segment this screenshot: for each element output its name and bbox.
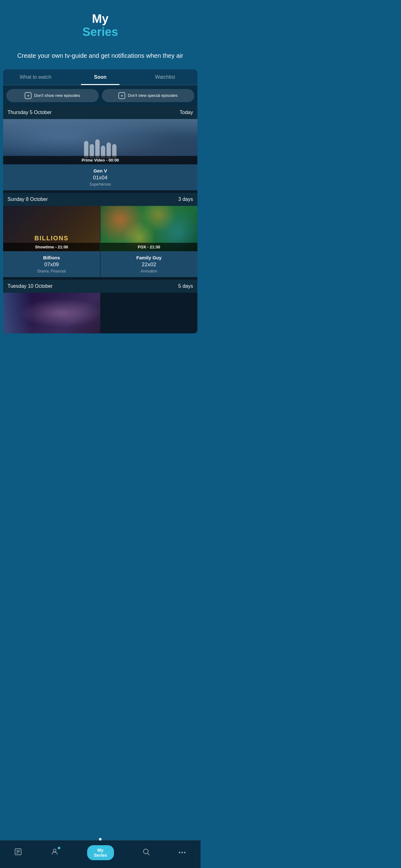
date-header-sunday: Sunday 8 October 3 days <box>3 193 197 206</box>
date-relative-tuesday: 5 days <box>178 283 193 289</box>
show-genre-genv: Superheroes <box>6 182 194 187</box>
show-image-genv: Prime Video - 00:00 <box>3 119 197 164</box>
filter-label-2: Don't view special episodes <box>128 93 177 98</box>
date-label-sunday: Sunday 8 October <box>7 196 48 202</box>
show-card-tuesday[interactable] <box>3 293 100 333</box>
show-info-genv: Gen V 01x04 Superheroes <box>3 164 197 190</box>
show-card-familyguy[interactable]: FOX - 21:30 Family Guy 22x02 Animation <box>100 206 197 277</box>
show-card-genv[interactable]: Prime Video - 00:00 Gen V 01x04 Superher… <box>3 119 197 190</box>
show-thumbnail-tuesday <box>3 293 100 333</box>
main-card: What to watch Soon Watchlist + Don't sho… <box>3 69 197 333</box>
header-series: Series <box>6 26 194 39</box>
show-image-tuesday <box>3 293 100 333</box>
figure-3 <box>95 140 100 158</box>
date-section-thursday: Thursday 5 October Today <box>3 106 197 190</box>
network-badge-familyguy: FOX - 21:30 <box>101 243 197 251</box>
show-genre-familyguy: Animation <box>104 269 194 273</box>
show-info-billions: Billions 07x09 Drama, Financial <box>3 251 100 277</box>
date-label-thursday: Thursday 5 October <box>7 110 52 115</box>
header-my: My <box>6 12 194 26</box>
tab-what-to-watch[interactable]: What to watch <box>3 69 68 85</box>
genv-figures <box>84 140 116 158</box>
show-info-familyguy: Family Guy 22x02 Animation <box>101 251 197 277</box>
filter-label-1: Don't show new episodes <box>34 93 80 98</box>
show-genre-billions: Drama, Financial <box>6 269 97 273</box>
date-label-tuesday: Tuesday 10 October <box>7 283 53 289</box>
filter-no-special-episodes[interactable]: + Don't view special episodes <box>102 89 194 102</box>
network-badge-billions: Showtime - 21:00 <box>3 243 100 251</box>
tab-bar: What to watch Soon Watchlist <box>3 69 197 85</box>
show-title-billions: Billions <box>6 255 97 260</box>
app-header: My Series <box>0 0 201 45</box>
date-relative-sunday: 3 days <box>178 196 193 202</box>
filter-plus-icon-1: + <box>25 92 32 99</box>
tab-watchlist[interactable]: Watchlist <box>133 69 197 85</box>
date-section-sunday: Sunday 8 October 3 days Showtime - 21:00… <box>3 193 197 277</box>
date-header-thursday: Thursday 5 October Today <box>3 106 197 119</box>
section-separator-2 <box>3 277 197 280</box>
shows-grid-thursday: Prime Video - 00:00 Gen V 01x04 Superher… <box>3 119 197 190</box>
date-header-tuesday: Tuesday 10 October 5 days <box>3 280 197 293</box>
show-episode-billions: 07x09 <box>6 261 97 268</box>
filter-row: + Don't show new episodes + Don't view s… <box>3 85 197 106</box>
filter-plus-icon-2: + <box>119 92 125 99</box>
shows-grid-tuesday <box>3 293 197 333</box>
show-card-billions[interactable]: Showtime - 21:00 Billions 07x09 Drama, F… <box>3 206 100 277</box>
show-image-familyguy: FOX - 21:30 <box>101 206 197 251</box>
date-section-tuesday: Tuesday 10 October 5 days <box>3 280 197 333</box>
figure-1 <box>84 141 89 158</box>
show-image-billions: Showtime - 21:00 <box>3 206 100 251</box>
show-title-genv: Gen V <box>6 168 194 174</box>
filter-no-new-episodes[interactable]: + Don't show new episodes <box>6 89 99 102</box>
show-episode-genv: 01x04 <box>6 175 194 181</box>
show-episode-familyguy: 22x02 <box>104 261 194 268</box>
date-relative-thursday: Today <box>179 110 193 115</box>
section-separator-1 <box>3 190 197 193</box>
show-title-familyguy: Family Guy <box>104 255 194 260</box>
tab-soon[interactable]: Soon <box>68 69 132 85</box>
shows-grid-sunday: Showtime - 21:00 Billions 07x09 Drama, F… <box>3 206 197 277</box>
subtitle-text: Create your own tv-guide and get notific… <box>0 45 201 69</box>
network-badge-genv: Prime Video - 00:00 <box>3 156 197 164</box>
